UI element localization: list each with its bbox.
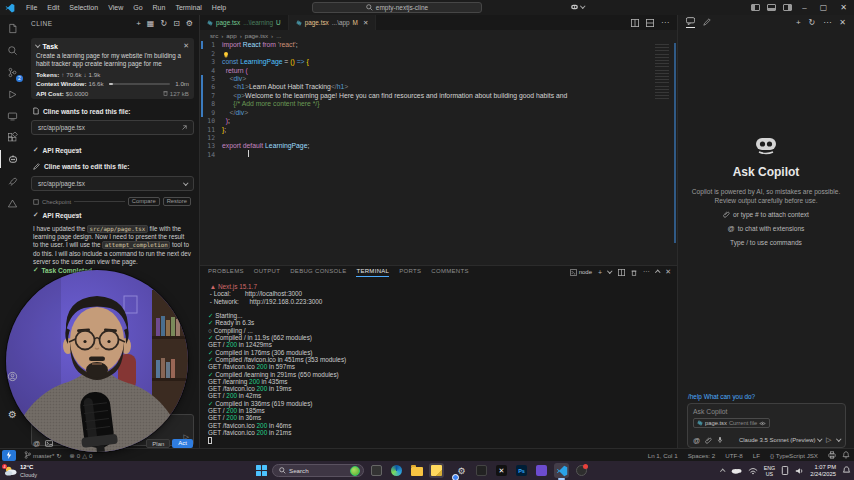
new-task-icon[interactable]: + xyxy=(136,19,141,28)
menu-go[interactable]: Go xyxy=(128,0,147,15)
run-debug-icon[interactable] xyxy=(0,85,25,103)
menu-help[interactable]: Help xyxy=(207,0,231,15)
api-request-row-2[interactable]: ✓ API Request xyxy=(33,211,81,219)
panel-tab-debug-console[interactable]: DEBUG CONSOLE xyxy=(290,268,346,277)
panel-tab-problems[interactable]: PROBLEMS xyxy=(208,268,244,277)
search-icon[interactable] xyxy=(0,41,25,59)
menu-run[interactable]: Run xyxy=(148,0,171,15)
close-panel-icon[interactable]: ✕ xyxy=(839,18,846,27)
menu-edit[interactable]: Edit xyxy=(42,0,64,15)
mention-icon[interactable]: @ xyxy=(33,440,40,447)
mcp-grid-icon[interactable]: ▦ xyxy=(147,19,155,28)
remote-explorer-icon[interactable] xyxy=(0,107,25,125)
chat-tab-icon[interactable] xyxy=(686,17,695,28)
edge-icon[interactable] xyxy=(389,463,404,478)
toggle-panel-icon[interactable] xyxy=(767,4,776,11)
menu-selection[interactable]: Selection xyxy=(64,0,103,15)
edits-tab-icon[interactable] xyxy=(703,18,711,28)
chevron-down-icon[interactable] xyxy=(35,43,40,48)
tray-expand-icon[interactable] xyxy=(720,470,725,475)
x-app-icon[interactable]: ✕ xyxy=(494,463,509,478)
chevron-down-icon[interactable] xyxy=(607,269,612,274)
code-editor[interactable]: 1import React from 'react';2 3const Lear… xyxy=(200,41,677,280)
notifications-icon[interactable] xyxy=(842,466,851,475)
photoshop-icon[interactable]: Ps xyxy=(514,463,529,478)
menu-file[interactable]: File xyxy=(21,0,42,15)
mention-icon[interactable]: @ xyxy=(693,437,700,444)
image-attach-icon[interactable] xyxy=(45,440,53,447)
send-icon[interactable]: ▷ xyxy=(826,436,831,444)
context-chip[interactable]: page.tsx Current file xyxy=(693,418,770,428)
rocket-extension-icon[interactable] xyxy=(0,172,25,190)
breadcrumb-item[interactable]: page.tsx xyxy=(245,32,268,39)
file-explorer-icon[interactable] xyxy=(409,463,424,478)
panel-tab-ports[interactable]: PORTS xyxy=(399,268,421,277)
restore-button[interactable]: Restore xyxy=(163,197,191,206)
paperclip-icon[interactable] xyxy=(705,437,712,444)
taskbar-search[interactable]: Search xyxy=(272,464,364,477)
more-actions-icon[interactable]: ⋯ xyxy=(661,18,669,27)
menu-view[interactable]: View xyxy=(103,0,128,15)
open-in-editor-icon[interactable]: ⊡ xyxy=(173,19,180,28)
branch-indicator[interactable]: master* ↻ xyxy=(20,451,66,459)
start-button[interactable] xyxy=(256,465,267,476)
copilot-help-link[interactable]: /help What can you do? xyxy=(688,393,755,400)
network-icon[interactable] xyxy=(748,467,758,475)
remote-indicator[interactable] xyxy=(2,450,16,461)
copilot-input[interactable]: Ask Copilot page.tsx Current file @ Clau… xyxy=(687,403,846,448)
extensions-icon[interactable] xyxy=(0,128,25,146)
split-editor-icon[interactable] xyxy=(631,19,639,27)
compare-button[interactable]: Compare xyxy=(128,197,160,206)
maximize-button[interactable]: ▢ xyxy=(817,3,831,12)
new-chat-icon[interactable]: + xyxy=(796,18,801,27)
edit-file-dropdown[interactable]: src/app/page.tsx xyxy=(31,176,194,191)
history-icon[interactable]: ↻ xyxy=(160,19,167,28)
settings-app-icon[interactable]: ⚙ xyxy=(454,463,469,478)
new-terminal-icon[interactable]: + xyxy=(598,269,602,276)
minimap[interactable] xyxy=(655,44,669,100)
purple-app-icon[interactable] xyxy=(534,463,549,478)
status-item[interactable]: LF xyxy=(749,452,764,459)
command-center-search[interactable]: empty-nextjs-cline xyxy=(312,2,482,13)
sync-icon[interactable]: ↻ xyxy=(56,452,61,459)
split-terminal-icon[interactable] xyxy=(618,269,625,276)
recorder-app-icon[interactable] xyxy=(574,463,589,478)
dark-app-icon[interactable] xyxy=(474,463,489,478)
more-actions-icon[interactable]: ⋯ xyxy=(643,268,650,276)
settings-gear-icon[interactable]: ⚙ xyxy=(0,405,25,423)
panel-tab-output[interactable]: OUTPUT xyxy=(254,268,280,277)
onedrive-icon[interactable] xyxy=(731,467,742,474)
cline-extension-icon[interactable] xyxy=(0,150,25,168)
toggle-secondary-sidebar-icon[interactable] xyxy=(783,4,792,11)
editor-layout-icon[interactable] xyxy=(646,19,654,27)
breadcrumb-item[interactable]: app xyxy=(226,32,236,39)
problems-indicator[interactable]: ⊗0 △0 xyxy=(66,452,97,459)
vscode-taskbar-icon[interactable] xyxy=(554,463,569,478)
cline-settings-icon[interactable]: ⚙ xyxy=(186,19,193,28)
status-item[interactable]: UTF-8 xyxy=(721,452,747,459)
act-button[interactable]: Act xyxy=(172,439,193,448)
terminal-output[interactable]: ▲ Next.js 15.1.7 - Local: http://localho… xyxy=(208,283,673,446)
bell-icon[interactable] xyxy=(842,451,850,459)
more-actions-icon[interactable]: ⋯ xyxy=(823,18,831,27)
breadcrumb-item[interactable]: src xyxy=(210,32,218,39)
task-view-icon[interactable] xyxy=(369,463,384,478)
status-item[interactable]: Ln 1, Col 1 xyxy=(644,452,682,459)
microphone-icon[interactable] xyxy=(717,436,723,444)
kill-terminal-icon[interactable] xyxy=(631,269,637,276)
read-file-box[interactable]: src/app/page.tsx xyxy=(31,120,194,135)
chat-history-icon[interactable]: ↻ xyxy=(809,18,816,27)
panel-tab-comments[interactable]: COMMENTS xyxy=(431,268,468,277)
close-task-icon[interactable]: ✕ xyxy=(183,42,189,50)
close-panel-icon[interactable]: ✕ xyxy=(665,268,671,276)
panel-tab-terminal[interactable]: TERMINAL xyxy=(356,268,389,277)
eye-icon[interactable] xyxy=(759,421,766,426)
editor-tab[interactable]: page.tsx...\learningU xyxy=(200,15,289,30)
breadcrumb[interactable]: src›app›page.tsx›... xyxy=(200,30,677,41)
triangle-extension-icon[interactable] xyxy=(0,194,25,212)
close-button[interactable]: ✕ xyxy=(837,3,850,12)
close-tab-icon[interactable]: ✕ xyxy=(363,19,368,27)
source-control-icon[interactable]: 2 xyxy=(0,63,25,81)
open-file-icon[interactable] xyxy=(181,125,187,131)
printer-icon[interactable] xyxy=(828,451,836,459)
